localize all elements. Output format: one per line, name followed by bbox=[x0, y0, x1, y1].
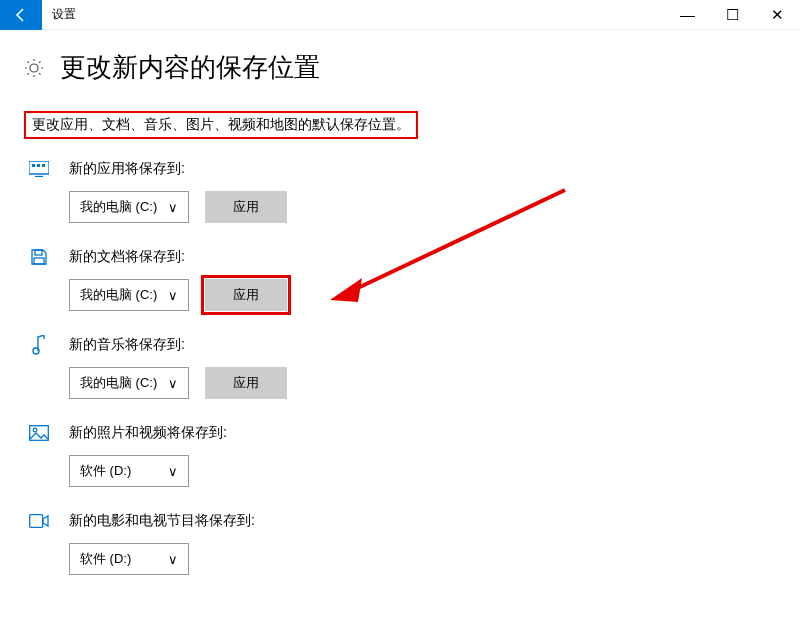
movies-label: 新的电影和电视节目将保存到: bbox=[69, 512, 255, 530]
photos-dropdown[interactable]: 软件 (D:) ∨ bbox=[69, 455, 189, 487]
svg-point-9 bbox=[33, 428, 37, 432]
svg-rect-1 bbox=[32, 164, 35, 167]
video-icon bbox=[29, 511, 49, 531]
docs-label: 新的文档将保存到: bbox=[69, 248, 185, 266]
music-note-icon bbox=[29, 335, 49, 355]
chevron-down-icon: ∨ bbox=[168, 200, 178, 215]
page-title: 更改新内容的保存位置 bbox=[60, 50, 320, 85]
back-button[interactable] bbox=[0, 0, 42, 30]
maximize-button[interactable]: ☐ bbox=[710, 0, 755, 30]
picture-icon bbox=[29, 423, 49, 443]
minimize-button[interactable]: — bbox=[665, 0, 710, 30]
movies-dropdown[interactable]: 软件 (D:) ∨ bbox=[69, 543, 189, 575]
svg-rect-5 bbox=[35, 250, 42, 255]
content: 更改新内容的保存位置 更改应用、文档、音乐、图片、视频和地图的默认保存位置。 新… bbox=[0, 30, 800, 575]
back-arrow-icon bbox=[13, 7, 29, 23]
chevron-down-icon: ∨ bbox=[168, 464, 178, 479]
section-photos: 新的照片和视频将保存到: 软件 (D:) ∨ bbox=[24, 423, 776, 487]
gear-icon bbox=[24, 58, 44, 78]
svg-rect-10 bbox=[30, 515, 43, 528]
window-controls: — ☐ ✕ bbox=[665, 0, 800, 30]
music-dropdown[interactable]: 我的电脑 (C:) ∨ bbox=[69, 367, 189, 399]
description-text: 更改应用、文档、音乐、图片、视频和地图的默认保存位置。 bbox=[32, 116, 410, 132]
movies-dropdown-value: 软件 (D:) bbox=[80, 550, 131, 568]
section-music: 新的音乐将保存到: 我的电脑 (C:) ∨ 应用 bbox=[24, 335, 776, 399]
section-docs: 新的文档将保存到: 我的电脑 (C:) ∨ 应用 bbox=[24, 247, 776, 311]
save-icon bbox=[29, 247, 49, 267]
apps-label: 新的应用将保存到: bbox=[69, 160, 185, 178]
photos-dropdown-value: 软件 (D:) bbox=[80, 462, 131, 480]
apps-apply-button[interactable]: 应用 bbox=[205, 191, 287, 223]
music-dropdown-value: 我的电脑 (C:) bbox=[80, 374, 157, 392]
apps-icon bbox=[29, 159, 49, 179]
photos-label: 新的照片和视频将保存到: bbox=[69, 424, 227, 442]
chevron-down-icon: ∨ bbox=[168, 288, 178, 303]
apps-dropdown[interactable]: 我的电脑 (C:) ∨ bbox=[69, 191, 189, 223]
svg-rect-3 bbox=[42, 164, 45, 167]
docs-dropdown-value: 我的电脑 (C:) bbox=[80, 286, 157, 304]
svg-rect-8 bbox=[30, 426, 49, 441]
window-title: 设置 bbox=[42, 6, 665, 23]
close-button[interactable]: ✕ bbox=[755, 0, 800, 30]
chevron-down-icon: ∨ bbox=[168, 376, 178, 391]
svg-rect-6 bbox=[34, 258, 44, 264]
chevron-down-icon: ∨ bbox=[168, 552, 178, 567]
apps-dropdown-value: 我的电脑 (C:) bbox=[80, 198, 157, 216]
docs-apply-button[interactable]: 应用 bbox=[205, 279, 287, 311]
docs-dropdown[interactable]: 我的电脑 (C:) ∨ bbox=[69, 279, 189, 311]
svg-rect-0 bbox=[29, 161, 49, 174]
music-apply-button[interactable]: 应用 bbox=[205, 367, 287, 399]
titlebar: 设置 — ☐ ✕ bbox=[0, 0, 800, 30]
music-label: 新的音乐将保存到: bbox=[69, 336, 185, 354]
section-apps: 新的应用将保存到: 我的电脑 (C:) ∨ 应用 bbox=[24, 159, 776, 223]
svg-rect-2 bbox=[37, 164, 40, 167]
heading-row: 更改新内容的保存位置 bbox=[24, 50, 776, 85]
description-highlight: 更改应用、文档、音乐、图片、视频和地图的默认保存位置。 bbox=[24, 111, 418, 139]
section-movies: 新的电影和电视节目将保存到: 软件 (D:) ∨ bbox=[24, 511, 776, 575]
